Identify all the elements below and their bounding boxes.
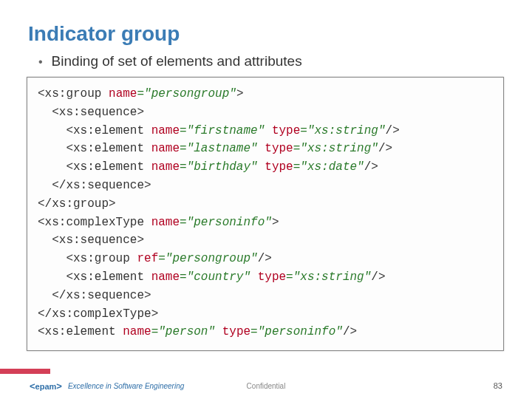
code-token: > xyxy=(236,87,244,100)
code-token: <xs:group xyxy=(38,87,101,100)
code-token: "xs:string" xyxy=(300,142,378,155)
slide: Indicator group • Binding of set of elem… xyxy=(0,0,532,399)
code-token: type xyxy=(272,124,300,137)
code-token: </xs:sequence> xyxy=(52,289,151,302)
code-token: "firstname" xyxy=(187,124,265,137)
code-token: name xyxy=(151,142,180,155)
epam-logo: < epam > xyxy=(30,381,62,392)
confidential-label: Confidential xyxy=(247,382,286,390)
code-token: name xyxy=(151,270,180,284)
code-token: "xs:string" xyxy=(293,270,372,284)
code-token: "person" xyxy=(158,325,215,338)
code-token: name xyxy=(123,325,151,338)
code-token: <xs:element xyxy=(66,160,144,174)
code-token: name xyxy=(109,87,137,100)
code-token: <xs:complexType xyxy=(38,216,144,229)
code-token: /> xyxy=(364,160,378,174)
code-token: </xs:complexType> xyxy=(38,307,158,321)
code-token: name xyxy=(151,160,180,174)
code-token: "persongroup" xyxy=(166,252,258,265)
code-token: <xs:element xyxy=(38,325,116,338)
code-token: <xs:sequence> xyxy=(52,233,144,247)
code-token: "birthday" xyxy=(187,160,258,174)
code-token: ref xyxy=(137,252,158,265)
code-token: "persongroup" xyxy=(144,87,236,100)
code-token: "xs:date" xyxy=(300,160,364,174)
code-token: "personinfo" xyxy=(187,216,272,229)
logo-wrap: < epam > Excellence in Software Engineer… xyxy=(30,381,184,392)
code-token: type xyxy=(222,325,250,338)
code-token: </xs:sequence> xyxy=(52,179,151,192)
bullet-text: Binding of set of elements and attribute… xyxy=(52,53,302,69)
code-token: <xs:element xyxy=(66,270,144,284)
chevron-left-icon: < xyxy=(30,381,35,392)
code-token: <xs:sequence> xyxy=(52,106,144,119)
footer: < epam > Excellence in Software Engineer… xyxy=(0,371,532,399)
bullet-dot-icon: • xyxy=(38,55,43,69)
code-token: "lastname" xyxy=(187,142,258,155)
chevron-right-icon: > xyxy=(56,381,62,392)
code-token: /> xyxy=(371,270,385,284)
page-number: 83 xyxy=(494,381,502,390)
code-token: /> xyxy=(258,252,272,265)
code-token: "country" xyxy=(187,270,250,284)
code-token: name xyxy=(151,124,180,137)
code-token: "xs:string" xyxy=(307,124,386,137)
code-token: type xyxy=(265,142,293,155)
code-token: name xyxy=(151,216,180,229)
code-token: <xs:element xyxy=(66,124,144,137)
code-token: "personinfo" xyxy=(258,325,343,338)
bullet-item: • Binding of set of elements and attribu… xyxy=(38,53,504,69)
page-title: Indicator group xyxy=(28,22,504,46)
code-token: > xyxy=(272,216,279,229)
code-token: <xs:group xyxy=(66,252,129,265)
code-token: /> xyxy=(343,325,357,338)
code-token: </xs:group> xyxy=(38,197,116,211)
code-token: /> xyxy=(386,124,400,137)
code-token: type xyxy=(265,160,293,174)
code-token: /> xyxy=(378,142,392,155)
logo-text: epam xyxy=(35,382,57,391)
code-block: <xs:group name="persongroup"> <xs:sequen… xyxy=(27,77,504,351)
tagline: Excellence in Software Engineering xyxy=(68,382,184,390)
accent-bar xyxy=(0,369,50,374)
code-token: <xs:element xyxy=(66,142,144,155)
code-token: type xyxy=(258,270,286,284)
